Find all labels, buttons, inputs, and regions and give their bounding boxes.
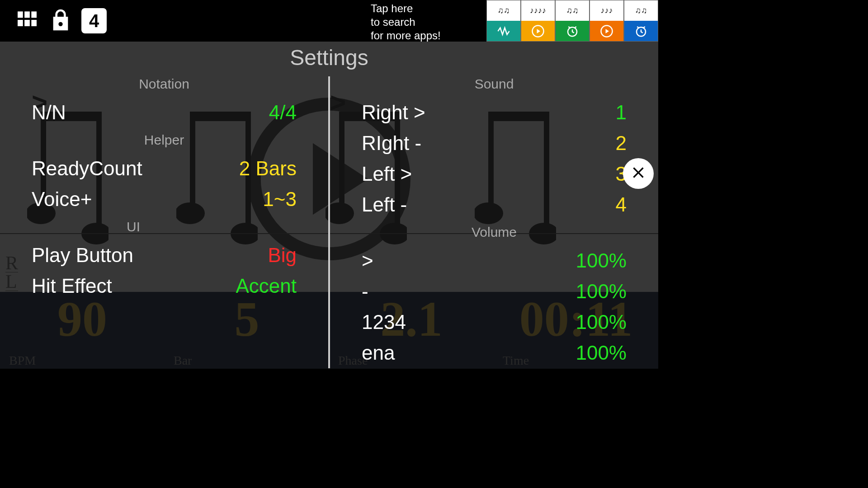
setting-label: Play Button: [32, 240, 133, 271]
settings-left-column: Notation N/N 4/4 Helper ReadyCount 2 Bar…: [0, 72, 328, 368]
setting-value: 1: [616, 97, 627, 128]
setting-playbutton[interactable]: Play Button Big: [14, 240, 315, 271]
clock-icon: [556, 21, 589, 41]
wave-icon: [487, 21, 520, 41]
time-signature-badge[interactable]: 4: [81, 8, 107, 33]
setting-voiceplus[interactable]: Voice+ 1~3: [14, 184, 315, 215]
app-link-0[interactable]: ♫♫: [486, 0, 521, 42]
music-notes-icon: ♪♪♪♪: [521, 0, 555, 21]
svg-rect-0: [18, 11, 23, 18]
setting-value: 100%: [576, 245, 627, 276]
lock-icon[interactable]: [48, 7, 73, 34]
setting-value: 2 Bars: [239, 153, 297, 184]
play-icon: [590, 21, 623, 41]
play-icon: [521, 21, 555, 41]
setting-volume-3[interactable]: ena 100%: [344, 338, 645, 368]
setting-label: >: [362, 245, 373, 276]
svg-rect-3: [18, 20, 23, 26]
svg-marker-7: [537, 29, 541, 33]
setting-value: 4/4: [269, 97, 297, 128]
setting-value: 100%: [576, 276, 627, 307]
setting-value: Big: [268, 240, 297, 271]
section-notation-label: Notation: [14, 76, 315, 92]
setting-label: 1234: [362, 307, 406, 338]
setting-hiteffect[interactable]: Hit Effect Accent: [14, 271, 315, 301]
top-bar: 4 Tap here to search for more apps! ♫♫ ♪…: [0, 0, 658, 42]
setting-sound-3[interactable]: Left - 4: [344, 189, 645, 220]
setting-sound-0[interactable]: Right > 1: [344, 97, 645, 128]
setting-label: Left -: [362, 189, 407, 220]
svg-marker-10: [606, 29, 609, 33]
setting-label: ReadyCount: [32, 153, 142, 184]
svg-rect-4: [24, 20, 30, 26]
search-apps-text[interactable]: Tap here to search for more apps!: [371, 2, 441, 42]
setting-label: N/N: [32, 97, 66, 128]
music-notes-icon: ♪♪♪: [590, 0, 623, 21]
close-button[interactable]: [623, 158, 654, 189]
setting-label: RIght -: [362, 128, 421, 159]
setting-value: 100%: [576, 307, 627, 338]
setting-readycount[interactable]: ReadyCount 2 Bars: [14, 153, 315, 184]
app-link-1[interactable]: ♪♪♪♪: [521, 0, 555, 42]
settings-title: Settings: [0, 45, 658, 70]
setting-nn[interactable]: N/N 4/4: [14, 97, 315, 128]
setting-label: Hit Effect: [32, 271, 112, 301]
section-volume-label: Volume: [344, 225, 645, 240]
music-notes-icon: ♫♫: [487, 0, 520, 21]
app-link-3[interactable]: ♪♪♪: [590, 0, 624, 42]
setting-value: 100%: [576, 338, 627, 368]
setting-label: Left >: [362, 159, 412, 189]
setting-volume-0[interactable]: > 100%: [344, 245, 645, 276]
setting-value: Accent: [236, 271, 297, 301]
setting-volume-2[interactable]: 1234 100%: [344, 307, 645, 338]
section-helper-label: Helper: [14, 132, 315, 148]
setting-label: Voice+: [32, 184, 92, 215]
svg-rect-1: [24, 11, 30, 18]
top-bar-left: 4: [0, 7, 107, 34]
svg-rect-2: [31, 11, 37, 18]
close-icon: [629, 164, 647, 183]
music-notes-icon: ♫♫: [556, 0, 589, 21]
setting-label: -: [362, 276, 368, 307]
app-link-4[interactable]: ♫♫: [624, 0, 658, 42]
setting-value: 4: [616, 189, 627, 220]
settings-right-column: Sound Right > 1RIght - 2Left > 3Left - 4…: [330, 72, 658, 368]
setting-volume-1[interactable]: - 100%: [344, 276, 645, 307]
setting-sound-2[interactable]: Left > 3: [344, 159, 645, 189]
clock-icon: [624, 21, 658, 41]
setting-value: 1~3: [263, 184, 297, 215]
setting-label: ena: [362, 338, 395, 368]
settings-panel: Settings Notation N/N 4/4 Helper ReadyCo…: [0, 42, 658, 369]
setting-label: Right >: [362, 97, 425, 128]
grid-icon[interactable]: [14, 7, 40, 34]
setting-sound-1[interactable]: RIght - 2: [344, 128, 645, 159]
section-sound-label: Sound: [344, 76, 645, 92]
svg-rect-5: [31, 20, 37, 26]
setting-value: 2: [616, 128, 627, 159]
app-link-2[interactable]: ♫♫: [555, 0, 590, 42]
music-notes-icon: ♫♫: [624, 0, 658, 21]
app-links: ♫♫ ♪♪♪♪ ♫♫ ♪♪♪ ♫♫: [486, 0, 658, 42]
section-ui-label: UI: [14, 219, 315, 235]
